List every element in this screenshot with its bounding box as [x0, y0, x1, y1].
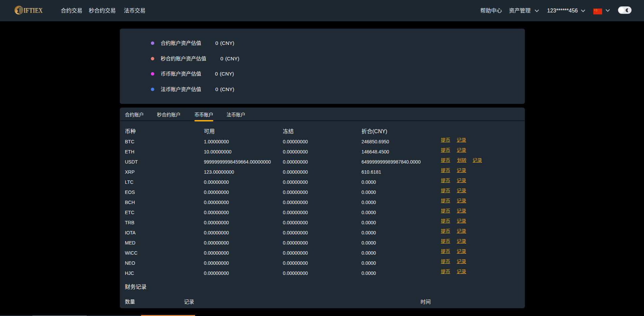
svg-text:1: 1 — [17, 7, 20, 14]
